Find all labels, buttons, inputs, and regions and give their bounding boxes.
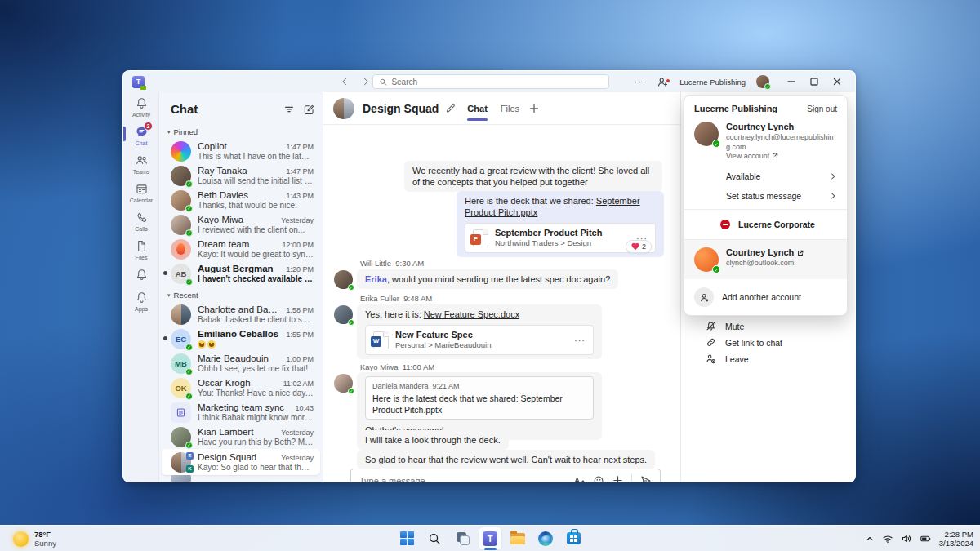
- file-card-docx[interactable]: W New Feature Spec Personal > MarieBeaud…: [365, 325, 594, 355]
- battery-icon[interactable]: [920, 533, 932, 544]
- phone-icon: [135, 211, 149, 224]
- unread-dot: [163, 271, 167, 275]
- taskbar-search-button[interactable]: [424, 527, 446, 549]
- avatar-kayo-miwa[interactable]: ✓: [334, 374, 353, 393]
- teams-logo: T: [132, 76, 145, 88]
- chat-group-avatar[interactable]: [333, 98, 354, 119]
- availability-menu-item[interactable]: Available: [684, 167, 847, 186]
- more-options-button[interactable]: ···: [634, 76, 646, 87]
- titlebar-avatar[interactable]: ✓: [756, 75, 769, 88]
- mention[interactable]: Erika: [365, 274, 387, 284]
- add-account-button[interactable]: Add another account: [684, 279, 847, 315]
- list-item-beth-davies[interactable]: ✓ Beth Davies1:43 PMThanks, that would b…: [162, 188, 320, 212]
- list-item-partial[interactable]: [162, 475, 320, 482]
- edit-name-button[interactable]: [445, 103, 456, 113]
- search-box[interactable]: [372, 74, 609, 89]
- list-item-august-bergman[interactable]: AB✓ August Bergman1:20 PMI haven't check…: [162, 261, 320, 286]
- initials-avatar: AB✓: [171, 264, 191, 284]
- edge-icon: [538, 531, 553, 546]
- view-account-link[interactable]: View account: [726, 152, 837, 160]
- people-icon: [135, 153, 149, 167]
- message-bubble[interactable]: So glad to hear that the review went wel…: [357, 450, 655, 469]
- list-item-ray-tanaka[interactable]: ✓ Ray Tanaka1:47 PMLouisa will send the …: [162, 163, 320, 188]
- bell-icon: [135, 291, 149, 304]
- person-gear-icon: [694, 287, 714, 307]
- unread-dot: [163, 336, 167, 340]
- personal-account[interactable]: ✓ Courtney Lynch clynch@outlook.com: [684, 240, 847, 279]
- list-item-copilot[interactable]: Copilot1:47 PMThis is what I have on the…: [162, 139, 320, 163]
- add-tab-button[interactable]: [529, 104, 539, 113]
- file-link[interactable]: New Feature Spec.docx: [424, 309, 519, 319]
- close-button[interactable]: [826, 71, 849, 92]
- rail-item-chat[interactable]: 2 Chat: [123, 121, 159, 149]
- rail-item-apps[interactable]: Apps: [123, 287, 159, 315]
- rail-item-teams[interactable]: Teams: [123, 149, 159, 178]
- message-bubble[interactable]: Erika, would you mind sending me the lat…: [357, 269, 618, 289]
- maximize-button[interactable]: [803, 71, 826, 92]
- back-button[interactable]: [337, 74, 352, 89]
- section-recent[interactable]: ▾Recent: [159, 286, 323, 302]
- sign-out-button[interactable]: Sign out: [807, 104, 837, 113]
- section-pinned[interactable]: ▾Pinned: [159, 122, 323, 139]
- avatar-erika-fuller[interactable]: ✓: [334, 305, 353, 324]
- option-mute[interactable]: Mute: [706, 321, 744, 331]
- taskbar-clock[interactable]: 2:28 PM 3/13/2024: [939, 530, 973, 548]
- tab-chat[interactable]: Chat: [467, 92, 487, 125]
- message-input[interactable]: [359, 476, 573, 483]
- message-bubble[interactable]: We recently had a great review with the …: [404, 161, 662, 192]
- taskbar-weather-widget[interactable]: 78°F Sunny: [8, 526, 61, 551]
- rail-item-extra[interactable]: [123, 264, 159, 287]
- rail-item-files[interactable]: Files: [123, 235, 159, 264]
- list-item-dream-team[interactable]: Dream team12:00 PMKayo: It would be grea…: [162, 237, 320, 261]
- minimize-button[interactable]: [780, 71, 803, 92]
- filter-button[interactable]: [283, 104, 295, 115]
- new-chat-button[interactable]: [303, 104, 314, 115]
- list-item-design-squad[interactable]: E K Design SquadYesterdayKayo: So glad t…: [162, 449, 320, 475]
- work-account[interactable]: ✓ Courtney Lynch courtney.lynch@lucernep…: [684, 118, 847, 167]
- wifi-icon[interactable]: [882, 533, 893, 544]
- emoji-button[interactable]: [593, 475, 604, 483]
- weather-condition: Sunny: [34, 539, 56, 548]
- volume-icon[interactable]: [901, 533, 912, 544]
- new-badge: [140, 86, 146, 90]
- forward-button[interactable]: [359, 74, 373, 89]
- rail-item-calendar[interactable]: Calendar: [123, 178, 159, 207]
- message-bubble[interactable]: Yes, here it is: New Feature Spec.docx W…: [357, 304, 602, 359]
- tab-files[interactable]: Files: [501, 92, 519, 125]
- form-icon: [176, 407, 186, 418]
- external-link-icon: [797, 250, 804, 256]
- list-item-kayo-miwa[interactable]: ✓ Kayo MiwaYesterdayI reviewed with the …: [162, 212, 320, 237]
- list-item-emiliano-ceballos[interactable]: EC✓ Emiliano Ceballos1:55 PM: [162, 327, 320, 351]
- heart-reaction[interactable]: 2: [626, 240, 652, 253]
- format-button[interactable]: [573, 475, 585, 483]
- list-item-marie-beaudouin[interactable]: MB✓ Marie Beaudouin1:00 PMOhhh I see, ye…: [162, 351, 320, 375]
- rail-item-calls[interactable]: Calls: [123, 207, 159, 235]
- rail-item-activity[interactable]: Activity: [123, 92, 159, 121]
- avatar-will-little[interactable]: ✓: [334, 270, 353, 289]
- file-explorer-button[interactable]: [507, 527, 529, 549]
- account-popup: Lucerne Publishing Sign out ✓ Courtney L…: [684, 95, 848, 316]
- list-item-marketing-team-sync[interactable]: Marketing team sync10:43I think Babak mi…: [162, 400, 320, 424]
- invite-people-button[interactable]: [657, 76, 669, 88]
- file-more-button[interactable]: ···: [574, 335, 586, 346]
- tray-chevron-up[interactable]: [865, 534, 875, 544]
- send-button[interactable]: [640, 475, 652, 483]
- list-item-oscar-krogh[interactable]: OK✓ Oscar Krogh11:02 AMYou: Thanks! Have…: [162, 375, 320, 400]
- option-leave[interactable]: Leave: [706, 353, 749, 364]
- message-bubble[interactable]: I will take a look through the deck.: [357, 430, 509, 450]
- list-item-charlotte-and-babak[interactable]: Charlotte and Babak1:58 PMBabak: I asked…: [162, 302, 320, 327]
- search-input[interactable]: [391, 78, 603, 87]
- other-org-item[interactable]: Lucerne Corporate: [684, 213, 847, 236]
- quoted-message[interactable]: Daniela Mandera 9:21 AM Here is the late…: [365, 376, 594, 420]
- edge-button[interactable]: [535, 527, 557, 549]
- presence-available-icon: ✓: [185, 393, 193, 400]
- taskbar-teams-button[interactable]: T: [479, 527, 501, 549]
- start-button[interactable]: [396, 527, 418, 549]
- attach-plus-button[interactable]: [612, 475, 623, 482]
- option-get-link[interactable]: Get link to chat: [706, 337, 782, 348]
- status-message-menu-item[interactable]: Set status message: [684, 186, 847, 206]
- message-composer[interactable]: [350, 469, 661, 482]
- list-item-kian-lambert[interactable]: ✓ Kian LambertYesterdayHave you run this…: [162, 424, 320, 449]
- task-view-button[interactable]: [452, 527, 474, 549]
- store-button[interactable]: [563, 527, 585, 549]
